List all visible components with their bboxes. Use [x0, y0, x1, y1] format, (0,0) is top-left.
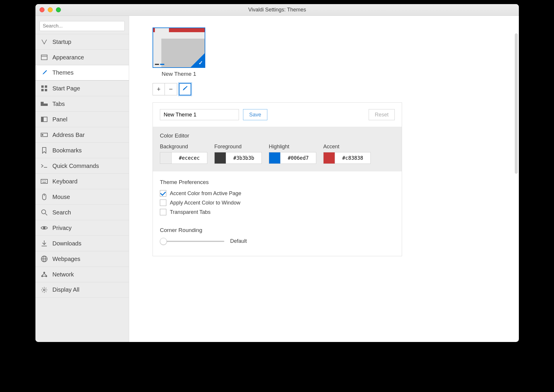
- color-highlight: Highlight: [269, 144, 316, 164]
- search-input[interactable]: [40, 21, 125, 31]
- sidebar-item-label: Bookmarks: [52, 147, 82, 154]
- background-swatch[interactable]: [160, 152, 172, 164]
- window-icon: [41, 54, 48, 61]
- scrollbar[interactable]: [515, 33, 518, 174]
- color-accent: Accent: [323, 144, 371, 164]
- globe-icon: [41, 255, 48, 262]
- pref-label: Accent Color from Active Page: [170, 190, 241, 197]
- corner-rounding-slider[interactable]: Default: [160, 238, 395, 244]
- svg-point-30: [43, 289, 45, 291]
- sidebar-item-label: Keyboard: [52, 178, 78, 185]
- color-editor-section: Color Editor Background Foreground: [153, 127, 402, 171]
- traffic-lights: [40, 7, 61, 12]
- checkbox-icon[interactable]: [160, 200, 166, 206]
- background-hex-input[interactable]: [172, 152, 207, 164]
- sidebar-item-label: Downloads: [52, 240, 81, 247]
- checkbox-icon[interactable]: [160, 190, 166, 197]
- sidebar-item-label: Quick Commands: [52, 163, 99, 169]
- svg-point-27: [43, 272, 45, 274]
- pref-transparent-tabs[interactable]: Transparent Tabs: [160, 209, 395, 215]
- theme-editor: Save Reset Color Editor Background: [153, 102, 402, 256]
- sidebar-item-label: Mouse: [52, 194, 70, 200]
- sidebar-item-tabs[interactable]: Tabs: [35, 96, 129, 111]
- theme-preview: ✓: [153, 27, 205, 68]
- panel-icon: [41, 116, 48, 123]
- sidebar-item-downloads[interactable]: Downloads: [35, 235, 129, 251]
- theme-prefs-section: Theme Preferences Accent Color from Acti…: [153, 171, 402, 256]
- window-body: Startup Appearance Themes Start Page Tab…: [35, 16, 519, 342]
- svg-rect-4: [41, 89, 44, 91]
- foreground-hex-input[interactable]: [226, 152, 262, 164]
- vivaldi-icon: [41, 38, 48, 45]
- sidebar-item-startup[interactable]: Startup: [35, 34, 129, 49]
- download-icon: [41, 240, 48, 247]
- sidebar-item-label: Address Bar: [52, 132, 85, 138]
- color-label: Background: [160, 144, 207, 150]
- save-button[interactable]: Save: [243, 109, 267, 120]
- corner-rounding-title: Corner Rounding: [160, 227, 395, 233]
- pref-accent-to-window[interactable]: Apply Accent Color to Window: [160, 200, 395, 206]
- accent-swatch[interactable]: [323, 152, 335, 164]
- titlebar: Vivaldi Settings: Themes: [35, 4, 519, 16]
- sidebar-item-quick-commands[interactable]: Quick Commands: [35, 158, 129, 173]
- theme-prefs-title: Theme Preferences: [160, 179, 395, 185]
- sidebar-item-privacy[interactable]: Privacy: [35, 220, 129, 235]
- minimize-window-button[interactable]: [48, 7, 53, 12]
- sidebar-item-label: Webpages: [52, 256, 80, 262]
- sidebar: Startup Appearance Themes Start Page Tab…: [35, 16, 129, 342]
- svg-rect-0: [41, 55, 47, 60]
- highlight-hex-input[interactable]: [281, 152, 316, 164]
- pref-accent-from-page[interactable]: Accent Color from Active Page: [160, 190, 395, 197]
- edit-theme-button[interactable]: [179, 83, 191, 95]
- sidebar-item-search[interactable]: Search: [35, 204, 129, 220]
- sidebar-item-appearance[interactable]: Appearance: [35, 49, 129, 65]
- reset-button[interactable]: Reset: [369, 109, 395, 120]
- sidebar-item-label: Display All: [52, 286, 79, 293]
- sidebar-item-keyboard[interactable]: Keyboard: [35, 173, 129, 189]
- sidebar-item-start-page[interactable]: Start Page: [35, 80, 129, 96]
- pref-label: Transparent Tabs: [170, 209, 211, 215]
- keyboard-icon: [41, 178, 48, 185]
- checkbox-icon[interactable]: [160, 209, 166, 215]
- theme-thumbnail[interactable]: ✓ New Theme 1: [153, 27, 205, 77]
- check-icon: ✓: [199, 60, 203, 66]
- color-label: Accent: [323, 144, 371, 150]
- sidebar-item-label: Themes: [52, 69, 73, 76]
- svg-rect-5: [45, 89, 47, 91]
- foreground-swatch[interactable]: [214, 152, 226, 164]
- color-label: Foreground: [214, 144, 262, 150]
- highlight-swatch[interactable]: [269, 152, 281, 164]
- sidebar-item-display-all[interactable]: Display All: [35, 282, 129, 298]
- svg-rect-7: [41, 102, 44, 104]
- sidebar-item-mouse[interactable]: Mouse: [35, 189, 129, 204]
- sidebar-item-panel[interactable]: Panel: [35, 111, 129, 127]
- add-theme-button[interactable]: +: [153, 83, 165, 95]
- color-label: Highlight: [269, 144, 316, 150]
- sidebar-item-bookmarks[interactable]: Bookmarks: [35, 142, 129, 158]
- sidebar-item-address-bar[interactable]: Address Bar: [35, 127, 129, 142]
- svg-rect-3: [45, 85, 47, 88]
- settings-window: Vivaldi Settings: Themes Startup Appeara…: [35, 4, 519, 342]
- svg-rect-9: [41, 117, 43, 122]
- network-icon: [41, 271, 48, 278]
- eye-icon: [41, 224, 48, 231]
- addressbar-icon: [41, 131, 48, 138]
- tabs-icon: [41, 100, 48, 107]
- accent-hex-input[interactable]: [335, 152, 371, 164]
- svg-line-21: [45, 214, 47, 215]
- mouse-icon: [41, 193, 48, 200]
- theme-name-input[interactable]: [160, 109, 239, 120]
- remove-theme-button[interactable]: −: [165, 83, 177, 95]
- sidebar-item-network[interactable]: Network: [35, 267, 129, 282]
- sidebar-item-webpages[interactable]: Webpages: [35, 251, 129, 267]
- svg-rect-2: [41, 85, 44, 88]
- theme-toolbar: + −: [153, 83, 495, 95]
- slider-track[interactable]: [160, 241, 224, 242]
- slider-thumb[interactable]: [160, 238, 167, 245]
- sidebar-item-themes[interactable]: Themes: [35, 65, 129, 80]
- quick-icon: [41, 162, 48, 169]
- window-title: Vivaldi Settings: Themes: [35, 7, 519, 13]
- close-window-button[interactable]: [40, 7, 45, 12]
- svg-rect-6: [41, 104, 48, 106]
- maximize-window-button[interactable]: [56, 7, 61, 12]
